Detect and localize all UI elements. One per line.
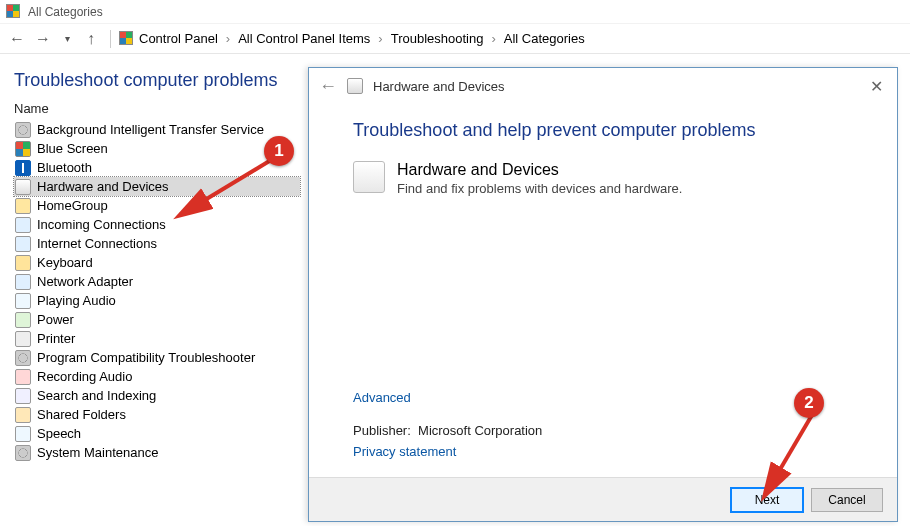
list-item-label: Shared Folders <box>37 407 126 422</box>
list-item[interactable]: Background Intelligent Transfer Service <box>14 120 300 139</box>
forward-button[interactable]: → <box>32 30 54 48</box>
list-item-label: System Maintenance <box>37 445 158 460</box>
list-item-label: Program Compatibility Troubleshooter <box>37 350 255 365</box>
list-item[interactable]: Printer <box>14 329 300 348</box>
list-item-label: Playing Audio <box>37 293 116 308</box>
spk-icon <box>15 426 31 442</box>
gear-icon <box>15 350 31 366</box>
dev-icon <box>15 179 31 195</box>
srch-icon <box>15 388 31 404</box>
annotation-badge-1: 1 <box>264 136 294 166</box>
rec-icon <box>15 369 31 385</box>
fld-icon <box>15 407 31 423</box>
pwr-icon <box>15 312 31 328</box>
list-item-label: HomeGroup <box>37 198 108 213</box>
list-item[interactable]: System Maintenance <box>14 443 300 462</box>
list-item[interactable]: Speech <box>14 424 300 443</box>
net-icon <box>15 274 31 290</box>
list-item-label: Internet Connections <box>37 236 157 251</box>
breadcrumb-seg[interactable]: Control Panel <box>139 31 218 46</box>
net-icon <box>15 217 31 233</box>
svg-line-1 <box>765 415 812 495</box>
list-item[interactable]: Power <box>14 310 300 329</box>
list-item-label: Background Intelligent Transfer Service <box>37 122 264 137</box>
list-item-label: Speech <box>37 426 81 441</box>
back-button[interactable]: ← <box>6 30 28 48</box>
list-item[interactable]: Internet Connections <box>14 234 300 253</box>
troubleshooter-item[interactable]: Hardware and Devices Find and fix proble… <box>353 161 867 196</box>
column-header-name[interactable]: Name <box>14 101 300 120</box>
prn-icon <box>15 331 31 347</box>
list-item-label: Search and Indexing <box>37 388 156 403</box>
home-icon <box>15 198 31 214</box>
list-item-label: Network Adapter <box>37 274 133 289</box>
nav-separator <box>110 30 111 48</box>
dialog-title: Hardware and Devices <box>373 79 505 94</box>
breadcrumb[interactable]: Control Panel› All Control Panel Items› … <box>139 31 585 46</box>
hardware-devices-icon <box>347 78 363 94</box>
dialog-heading: Troubleshoot and help prevent computer p… <box>353 120 867 141</box>
dialog-header: ← Hardware and Devices ✕ <box>309 68 897 104</box>
list-item-label: Hardware and Devices <box>37 179 169 194</box>
list-item[interactable]: Shared Folders <box>14 405 300 424</box>
troubleshooter-item-desc: Find and fix problems with devices and h… <box>397 181 682 196</box>
up-button[interactable]: ↑ <box>80 30 102 48</box>
key-icon <box>15 255 31 271</box>
list-item-label: Power <box>37 312 74 327</box>
bt-icon <box>15 160 31 176</box>
address-bar: ← → ▾ ↑ Control Panel› All Control Panel… <box>0 24 910 54</box>
list-item-label: Bluetooth <box>37 160 92 175</box>
control-panel-icon <box>6 4 22 20</box>
annotation-badge-2: 2 <box>794 388 824 418</box>
explorer-titlebar: All Categories <box>0 0 910 24</box>
svg-line-0 <box>180 157 276 215</box>
dialog-back-button[interactable]: ← <box>319 76 337 97</box>
list-item-label: Recording Audio <box>37 369 132 384</box>
breadcrumb-seg[interactable]: All Control Panel Items <box>238 31 370 46</box>
list-item[interactable]: Recording Audio <box>14 367 300 386</box>
history-dropdown[interactable]: ▾ <box>58 33 76 44</box>
gear-icon <box>15 122 31 138</box>
list-item[interactable]: Playing Audio <box>14 291 300 310</box>
hardware-devices-icon <box>353 161 385 193</box>
close-icon[interactable]: ✕ <box>866 77 887 96</box>
list-item[interactable]: Keyboard <box>14 253 300 272</box>
control-panel-icon <box>119 31 135 47</box>
list-item-label: Keyboard <box>37 255 93 270</box>
advanced-link[interactable]: Advanced <box>353 390 867 405</box>
breadcrumb-seg[interactable]: All Categories <box>504 31 585 46</box>
annotation-arrow-2 <box>757 405 837 505</box>
list-item[interactable]: Network Adapter <box>14 272 300 291</box>
list-item-label: Incoming Connections <box>37 217 166 232</box>
flag-icon <box>15 141 31 157</box>
spk-icon <box>15 293 31 309</box>
troubleshooter-item-title: Hardware and Devices <box>397 161 682 179</box>
list-item-label: Printer <box>37 331 75 346</box>
list-item-label: Blue Screen <box>37 141 108 156</box>
gear-icon <box>15 445 31 461</box>
window-title: All Categories <box>28 5 103 19</box>
breadcrumb-seg[interactable]: Troubleshooting <box>391 31 484 46</box>
publisher-value: Microsoft Corporation <box>418 423 542 438</box>
net-icon <box>15 236 31 252</box>
list-item[interactable]: Program Compatibility Troubleshooter <box>14 348 300 367</box>
publisher-label: Publisher: <box>353 423 411 438</box>
list-item[interactable]: Search and Indexing <box>14 386 300 405</box>
